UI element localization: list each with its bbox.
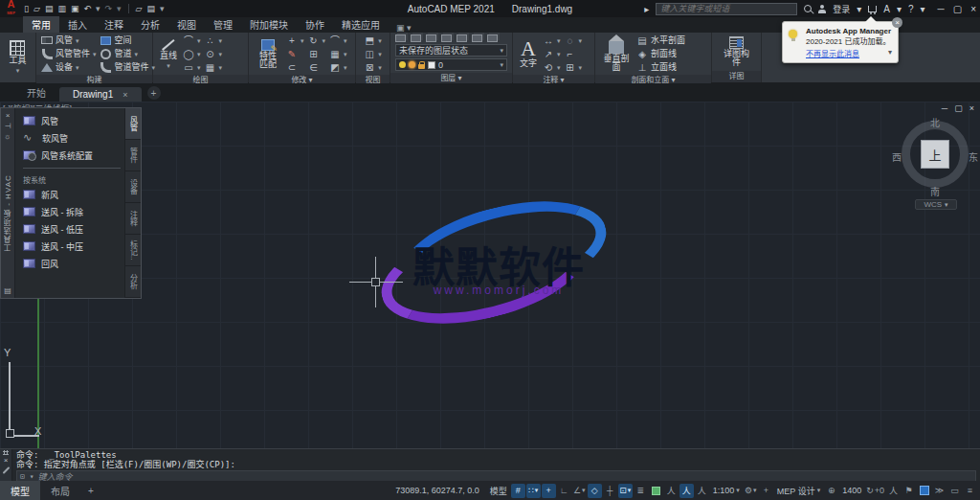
tab-start[interactable]: 开始: [13, 83, 59, 102]
tool-supply-demo[interactable]: 送风 - 拆除: [23, 205, 121, 218]
palette-menu-icon[interactable]: ▤: [4, 285, 11, 296]
copy-button[interactable]: ⊞: [308, 48, 326, 59]
tab-home[interactable]: 常用: [23, 16, 59, 33]
a-dropdown-icon[interactable]: ▾: [897, 4, 902, 14]
elevation-line-button[interactable]: ⊥立面线: [636, 61, 685, 73]
view-cube[interactable]: 北 西 东 南 上 WCS▾: [898, 115, 972, 207]
ortho-mode-toggle[interactable]: ∟: [557, 484, 571, 498]
dimension-button[interactable]: ↔▾: [543, 34, 561, 46]
transparency-toggle[interactable]: [649, 484, 663, 498]
erase-button[interactable]: ✎: [286, 48, 304, 59]
vp-close-icon[interactable]: ×: [969, 103, 974, 113]
model-space-toggle[interactable]: 模型: [487, 485, 510, 497]
tool-return-air[interactable]: 回风: [23, 257, 121, 270]
minimize-button[interactable]: ─: [938, 4, 945, 14]
palette-tab-annotation[interactable]: 注释: [125, 203, 141, 235]
palette-tab-fittings[interactable]: 管件: [125, 140, 141, 171]
view-cube-button[interactable]: ⬒▾: [364, 34, 382, 46]
tab-featured-apps[interactable]: 精选应用: [333, 16, 389, 33]
annotation-autoscale-toggle[interactable]: 人: [695, 484, 709, 498]
multileader-button[interactable]: ↗▾: [543, 48, 561, 59]
tool-supply-medium-pressure[interactable]: 送风 - 中压: [23, 239, 121, 253]
tab-analyze[interactable]: 分析: [132, 16, 168, 33]
view-cube-south[interactable]: 南: [898, 184, 972, 198]
pipe-fitting-button[interactable]: 管道管件▾: [100, 61, 156, 73]
save-as-icon[interactable]: ▥: [57, 3, 66, 14]
tab-collaborate[interactable]: 协作: [297, 16, 333, 33]
layer-state-icon[interactable]: [411, 34, 421, 42]
palette-properties-icon[interactable]: ☼: [4, 131, 11, 142]
new-file-icon[interactable]: ▯: [24, 3, 29, 14]
command-recent-icon[interactable]: ⊡ ▾: [20, 472, 33, 481]
layer-lock-icon[interactable]: [457, 34, 467, 42]
customization-menu-button[interactable]: ≡: [963, 484, 977, 498]
signin-dropdown-icon[interactable]: ▾: [857, 4, 861, 14]
notification-dropdown-icon[interactable]: ▾: [888, 48, 892, 57]
stretch-button[interactable]: ◩▾: [329, 61, 347, 73]
palette-close-icon[interactable]: ×: [6, 110, 11, 121]
arc-button[interactable]: ⌒▾: [183, 34, 201, 46]
signin-label[interactable]: 登录: [833, 3, 850, 15]
layer-match-icon[interactable]: [487, 34, 498, 42]
text-button[interactable]: A 文字: [518, 39, 539, 68]
close-button[interactable]: ×: [970, 4, 976, 14]
workspace-gear-dropdown[interactable]: ⚙▾: [744, 484, 758, 498]
qat-properties-icon[interactable]: ▤: [147, 3, 156, 14]
match-properties-button[interactable]: 特性匹配: [254, 39, 282, 69]
panel-label-detail[interactable]: 详图: [712, 71, 761, 82]
palette-autohide-icon[interactable]: ⊣: [5, 121, 11, 131]
tool-fresh-air[interactable]: 新风: [23, 188, 121, 201]
search-input[interactable]: [656, 3, 797, 15]
tab-addins[interactable]: 附加模块: [241, 16, 297, 33]
elevation-value[interactable]: 1400: [839, 486, 864, 495]
view-cube-west[interactable]: 西: [892, 149, 902, 164]
view-section-button[interactable]: ⊠▾: [364, 61, 382, 73]
palette-tab-tags[interactable]: 标记..: [125, 235, 141, 266]
move-button[interactable]: +▾: [286, 34, 304, 46]
vertical-section-button[interactable]: 垂直剖面: [600, 35, 633, 72]
tab-annotate[interactable]: 注释: [96, 16, 132, 33]
new-layout-button[interactable]: +: [80, 481, 101, 500]
user-presence-icon[interactable]: 人: [886, 484, 901, 498]
clean-screen-toggle[interactable]: ▭: [947, 484, 962, 498]
pipe-button[interactable]: 管道▾: [100, 48, 156, 59]
command-customize-wrench-icon[interactable]: [2, 466, 10, 474]
undo-icon[interactable]: ↶: [83, 3, 91, 14]
autodesk-a-icon[interactable]: A: [883, 4, 890, 14]
annotation-scale-dropdown[interactable]: 1:100▾: [710, 486, 743, 495]
snap-mode-toggle[interactable]: ∷▾: [526, 484, 541, 498]
view-restore-button[interactable]: ◫▾: [364, 48, 382, 59]
detail-component-button[interactable]: 详图构件: [721, 36, 753, 67]
object-snap-tracking-toggle[interactable]: ┼: [603, 484, 617, 498]
ribbon-display-toggle-icon[interactable]: ▣ ▾: [396, 23, 412, 33]
tab-close-icon[interactable]: ×: [122, 90, 127, 100]
rectangle-button[interactable]: ▭▾: [183, 61, 201, 73]
revision-cloud-button[interactable]: ◌▾: [565, 34, 583, 46]
table-button[interactable]: ⊞▾: [565, 61, 583, 73]
layer-dropdown[interactable]: 0 ▾: [395, 58, 507, 71]
equipment-button[interactable]: 设备▾: [41, 61, 97, 73]
drawing-area[interactable]: [-][俯视][二维线框] ─ ▢ × 默默软件 www.momorj.com …: [0, 102, 980, 448]
section-line-button[interactable]: ◈剖面线: [636, 48, 685, 59]
horizontal-section-button[interactable]: ▤水平剖面: [636, 34, 685, 46]
point-button[interactable]: ∴▾: [205, 34, 223, 46]
dynamic-input-toggle[interactable]: +: [542, 484, 556, 498]
view-cube-east[interactable]: 东: [969, 149, 978, 164]
command-close-icon[interactable]: ×: [4, 457, 9, 465]
model-tab[interactable]: 模型: [0, 481, 40, 500]
layer-freeze-icon[interactable]: [441, 34, 452, 42]
search-flyout-icon[interactable]: ▸: [644, 4, 649, 14]
layer-state-dropdown[interactable]: 未保存的图层状态▾: [395, 44, 507, 57]
autocad-logo-icon[interactable]: AMEP: [4, 2, 18, 16]
redo-dropdown-icon[interactable]: ▾: [117, 3, 122, 14]
line-button[interactable]: 直线 ▾: [158, 37, 179, 70]
vp-restore-icon[interactable]: ▢: [954, 103, 963, 113]
space-button[interactable]: 空间: [100, 34, 156, 46]
plot-icon[interactable]: ▣: [71, 3, 79, 14]
view-cube-north[interactable]: 北: [898, 115, 972, 129]
tab-view[interactable]: 视图: [168, 16, 205, 33]
save-icon[interactable]: ▤: [45, 3, 54, 14]
restore-button[interactable]: ▢: [953, 4, 962, 14]
qat-customize-icon[interactable]: ▾: [160, 3, 165, 14]
layer-properties-icon[interactable]: [395, 34, 406, 42]
